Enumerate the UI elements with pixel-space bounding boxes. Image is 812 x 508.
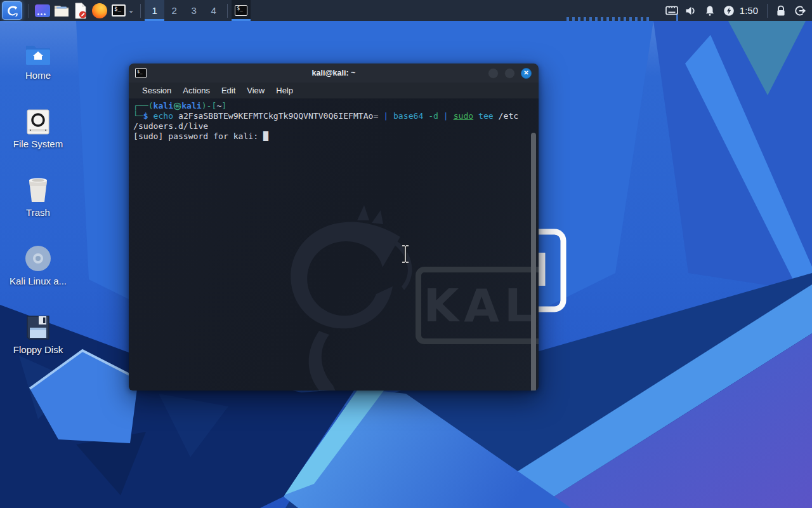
menu-actions[interactable]: Actions — [177, 86, 216, 95]
terminal-line: /sudoers.d/live — [133, 121, 530, 131]
file-manager-icon — [53, 4, 70, 18]
home-folder-icon — [5, 36, 71, 66]
logout-button[interactable] — [790, 0, 809, 21]
keyboard-indicator[interactable] — [662, 0, 681, 21]
desktop: KALI Home File System — [0, 0, 812, 508]
terminal-line: ┌──(kali㉿kali)-[~] — [133, 101, 530, 111]
desktop-icon-kali-cd[interactable]: Kali Linux a... — [5, 241, 71, 286]
terminal-window: $_ kali@kali: ~ ✕ Session Actions Edit V… — [129, 64, 539, 391]
panel-separator — [29, 4, 29, 18]
lock-icon — [776, 5, 786, 17]
panel-separator — [767, 4, 768, 18]
desktop-icon-label: Kali Linux a... — [5, 276, 71, 286]
desktop-icon-home[interactable]: Home — [5, 36, 71, 81]
wallpaper-artifact — [676, 15, 678, 21]
wallpaper-artifact — [566, 17, 649, 21]
kali-text-watermark: KALI — [416, 267, 539, 344]
close-button[interactable]: ✕ — [521, 68, 532, 79]
terminal-icon: $_ — [235, 5, 247, 16]
terminal-icon: $_ — [112, 4, 126, 17]
menu-session[interactable]: Session — [136, 86, 177, 95]
workspace-1[interactable]: 1 — [145, 0, 164, 21]
bell-icon — [704, 5, 716, 17]
trash-icon — [5, 173, 71, 203]
menu-help[interactable]: Help — [270, 86, 299, 95]
desktop-icon-floppy[interactable]: Floppy Disk — [5, 310, 71, 355]
text-editor-icon — [73, 3, 88, 19]
minimize-button[interactable] — [488, 68, 499, 79]
scrollbar-thumb[interactable] — [531, 133, 536, 391]
panel-separator — [227, 4, 228, 18]
window-title: kali@kali: ~ — [129, 69, 539, 77]
top-panel: $_ ⌄ 1 2 3 4 $_ — [0, 0, 812, 21]
window-titlebar[interactable]: $_ kali@kali: ~ ✕ — [129, 64, 539, 83]
desktop-icon-label: Trash — [5, 207, 71, 218]
workspace-2[interactable]: 2 — [164, 0, 184, 21]
maximize-button[interactable] — [504, 68, 515, 79]
terminal-line: └─$ echo a2FsaSBBTEw9KEFMTCkgTk9QQVNTV0Q… — [133, 111, 530, 121]
desktop-icon-trash[interactable]: Trash — [5, 173, 71, 218]
desktop-icon-label: Home — [5, 70, 71, 81]
virtual-desktop-icon — [35, 4, 50, 17]
firefox-launcher[interactable] — [90, 1, 109, 20]
screen-lock-button[interactable] — [771, 0, 790, 21]
menu-edit[interactable]: Edit — [216, 86, 241, 95]
logout-icon — [794, 5, 806, 17]
notifications[interactable] — [700, 0, 719, 21]
floppy-disk-icon — [5, 310, 71, 340]
kali-dragon-watermark — [224, 187, 414, 391]
system-tray: 1:50 — [662, 0, 812, 21]
terminal-launcher[interactable]: $_ — [109, 1, 128, 20]
panel-separator — [140, 4, 141, 18]
text-editor-launcher[interactable] — [71, 1, 90, 20]
file-manager-launcher[interactable] — [52, 1, 71, 20]
window-menubar: Session Actions Edit View Help — [129, 83, 539, 98]
virtual-desktop-launcher[interactable] — [33, 1, 52, 20]
menu-view[interactable]: View — [241, 86, 270, 95]
power-manager-icon — [723, 5, 735, 17]
taskbar-terminal-window-button[interactable]: $_ — [232, 0, 251, 21]
desktop-icon-label: Floppy Disk — [5, 344, 71, 355]
kali-logo-icon — [4, 4, 20, 18]
applications-menu-button[interactable] — [2, 1, 22, 20]
terminal-output: ┌──(kali㉿kali)-[~]└─$ echo a2FsaSBBTEw9K… — [133, 101, 530, 142]
terminal-content[interactable]: KALI ┌──(kali㉿kali)-[~]└─$ echo a2FsaSBB… — [129, 98, 539, 391]
firefox-icon — [92, 3, 107, 18]
volume-control[interactable] — [681, 0, 700, 21]
chevron-down-icon[interactable]: ⌄ — [128, 6, 134, 15]
workspace-4[interactable]: 4 — [204, 0, 223, 21]
power-manager[interactable] — [719, 0, 738, 21]
workspace-3[interactable]: 3 — [184, 0, 204, 21]
window-controls: ✕ — [488, 68, 532, 79]
clock[interactable]: 1:50 — [738, 5, 763, 16]
volume-icon — [684, 6, 697, 16]
mouse-cursor-ibeam — [400, 244, 411, 264]
desktop-icon-file-system[interactable]: File System — [5, 104, 71, 149]
cd-rom-icon — [5, 241, 71, 272]
hard-drive-icon — [5, 104, 71, 135]
desktop-icon-label: File System — [5, 138, 71, 149]
terminal-line: [sudo] password for kali: █ — [133, 131, 530, 142]
